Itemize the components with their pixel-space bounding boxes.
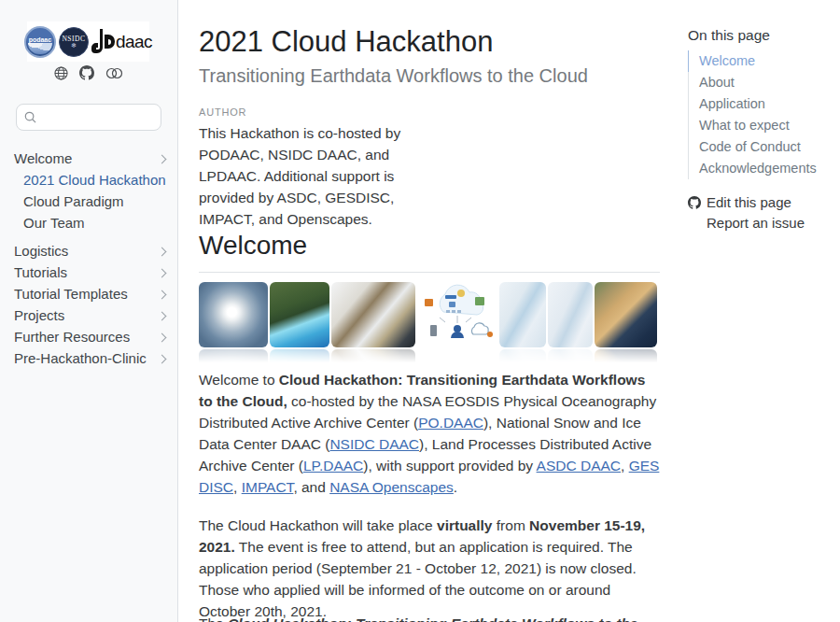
- sidebar-item-label: Logistics: [14, 243, 68, 259]
- toc-item-welcome[interactable]: Welcome: [688, 50, 837, 72]
- sidebar-item-cloud-paradigm[interactable]: Cloud Paradigm: [14, 191, 171, 212]
- sidebar-item-label: Pre-Hackathon-Clinic: [14, 350, 147, 366]
- sidebar-social-icons: [0, 65, 177, 80]
- chevron-right-icon: [158, 155, 167, 164]
- banner-image-ice-sheet-1: [499, 282, 546, 347]
- search-input[interactable]: [42, 110, 145, 124]
- github-icon[interactable]: [79, 65, 94, 80]
- text-link[interactable]: NSIDC DAAC: [329, 436, 419, 452]
- banner-image-hurricane: [199, 282, 268, 347]
- sidebar-item-our-team[interactable]: Our Team: [14, 212, 171, 233]
- overlapping-circles-icon[interactable]: [105, 67, 123, 79]
- welcome-section-heading: Welcome: [199, 231, 660, 273]
- welcome-paragraph-2: The Cloud Hackathon will take place virt…: [199, 515, 660, 622]
- banner-image-desert-coastline: [595, 282, 657, 347]
- podaac-wave-graphic: [28, 43, 52, 54]
- edit-this-page-label: Edit this page: [707, 194, 791, 210]
- toc-list: Welcome About Application What to expect…: [688, 50, 837, 179]
- report-an-issue-link[interactable]: Report an issue: [707, 215, 805, 231]
- chevron-right-icon: [158, 333, 167, 343]
- sidebar-item-label: Further Resources: [14, 329, 130, 345]
- logo-strip[interactable]: podaac NSIDC ❄ daac: [27, 21, 149, 62]
- text-link[interactable]: ASDC DAAC: [537, 458, 621, 474]
- lpdaac-logo-glyph: [91, 28, 116, 56]
- sidebar-item-label: Welcome: [14, 150, 72, 166]
- welcome-paragraph-1: Welcome to Cloud Hackathon: Transitionin…: [199, 369, 660, 498]
- search-icon: [24, 111, 36, 123]
- chevron-right-icon: [158, 247, 167, 257]
- sidebar-item-label: Projects: [14, 307, 64, 323]
- banner-image-arctic-ice: [331, 282, 415, 347]
- toc-item-acknowledgements[interactable]: Acknowledgements: [688, 158, 837, 179]
- page-title: 2021 Cloud Hackathon: [199, 25, 493, 59]
- sidebar-item-further-resources[interactable]: Further Resources: [14, 326, 171, 347]
- nsidc-logo: NSIDC ❄: [59, 27, 89, 57]
- toc-heading: On this page: [688, 27, 770, 44]
- banner-image-cloud-diagram: [417, 282, 497, 347]
- chevron-right-icon: [158, 312, 167, 321]
- sidebar-item-2021-cloud-hackathon[interactable]: 2021 Cloud Hackathon: [14, 169, 171, 191]
- sidebar-item-label: Tutorials: [14, 264, 67, 280]
- banner-image-strip: [199, 282, 660, 364]
- author-text: This Hackathon is co-hosted by PODAAC, N…: [199, 122, 449, 230]
- page: podaac NSIDC ❄ daac: [0, 0, 840, 622]
- welcome-paragraph-3-clipped: The Cloud Hackathon: Transitioning Earth…: [199, 613, 660, 622]
- author-label: AUTHOR: [199, 106, 246, 118]
- podaac-logo-text: podaac: [26, 36, 54, 43]
- toc-item-application[interactable]: Application: [688, 93, 837, 115]
- chevron-right-icon: [158, 290, 167, 300]
- toc-item-code-of-conduct[interactable]: Code of Conduct: [688, 136, 837, 158]
- banner-image-green-coastline: [270, 282, 329, 347]
- left-sidebar: podaac NSIDC ❄ daac: [0, 0, 178, 622]
- toc-item-about[interactable]: About: [688, 72, 837, 93]
- edit-this-page-link[interactable]: Edit this page: [688, 194, 791, 210]
- search-box[interactable]: [16, 104, 161, 131]
- banner-image-ice-sheet-2: [548, 282, 593, 347]
- nsidc-snowflake-icon: ❄: [71, 43, 77, 49]
- banner-reflection: [199, 349, 660, 364]
- globe-icon[interactable]: [54, 66, 68, 80]
- text-link[interactable]: NASA Openscapes: [329, 479, 454, 495]
- text-link[interactable]: IMPACT: [242, 479, 294, 495]
- sidebar-item-tutorial-templates[interactable]: Tutorial Templates: [14, 283, 171, 304]
- podaac-logo: podaac: [24, 26, 56, 58]
- chevron-right-icon: [158, 269, 167, 278]
- main-content: 2021 Cloud Hackathon Transitioning Earth…: [199, 0, 660, 622]
- github-icon: [688, 196, 701, 209]
- sidebar-item-tutorials[interactable]: Tutorials: [14, 262, 171, 283]
- sidebar-item-projects[interactable]: Projects: [14, 304, 171, 326]
- lpdaac-logo-text: daac: [116, 32, 152, 52]
- text-link[interactable]: PO.DAAC: [418, 415, 483, 431]
- sidebar-item-welcome[interactable]: Welcome: [14, 148, 171, 169]
- sidebar-item-logistics[interactable]: Logistics: [14, 240, 171, 262]
- sidebar-nav: Welcome 2021 Cloud Hackathon Cloud Parad…: [14, 148, 171, 369]
- sidebar-item-pre-hackathon-clinic[interactable]: Pre-Hackathon-Clinic: [14, 347, 171, 369]
- toc-item-what-to-expect[interactable]: What to expect: [688, 115, 837, 136]
- text-link[interactable]: LP.DAAC: [303, 458, 363, 474]
- chevron-right-icon: [158, 355, 167, 364]
- page-subtitle: Transitioning Earthdata Workflows to the…: [199, 65, 588, 87]
- sidebar-item-label: Tutorial Templates: [14, 286, 128, 302]
